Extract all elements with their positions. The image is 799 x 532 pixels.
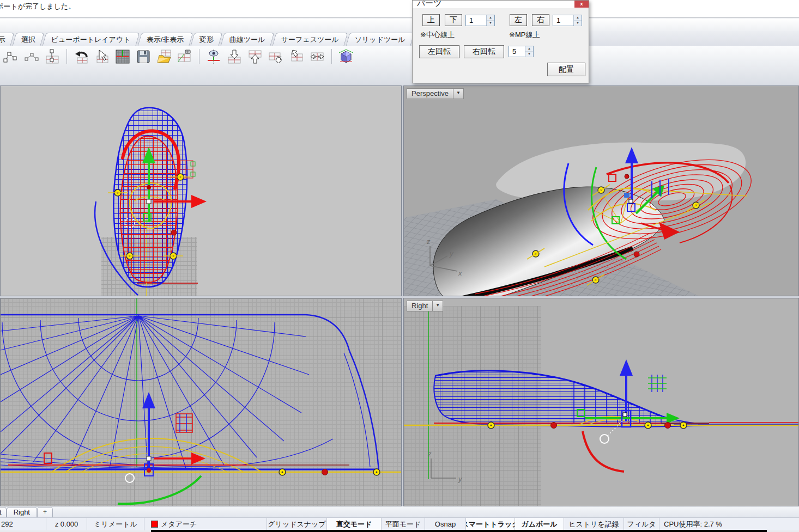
command-history-text: ポートが完了しました。	[0, 0, 799, 11]
viewport-tab-right[interactable]: Right	[7, 507, 37, 517]
svg-text:z: z	[426, 237, 431, 246]
menu-tab-henkei[interactable]: 変形	[191, 33, 223, 46]
close-icon[interactable]: x	[574, 1, 589, 8]
menu-tab-curve-tools[interactable]: 曲線ツール	[221, 33, 274, 46]
perspective-canvas[interactable]: z y x	[404, 86, 798, 296]
viewport-side-zoom[interactable]	[0, 298, 402, 506]
parts-dialog-title: パーツ	[417, 1, 442, 8]
flip-view-icon[interactable]	[308, 48, 326, 65]
status-bar: 292 z 0.000 ミリメートル メタアーチ グリッドスナップ 直交モード …	[0, 517, 799, 530]
command-history: ポートが完了しました。	[0, 0, 799, 18]
parts-dialog-titlebar[interactable]: パーツ x	[413, 1, 589, 8]
layer-cell[interactable]: メタアーチ	[144, 518, 267, 530]
left-button[interactable]: 左	[510, 14, 527, 26]
right-button[interactable]: 右	[532, 14, 549, 26]
viewport-label-perspective[interactable]: Perspective ▼	[407, 88, 464, 99]
stepper-arrows[interactable]: ▲▼	[525, 46, 533, 57]
orbit-icon[interactable]	[288, 48, 305, 65]
coordinate-y: 292	[0, 518, 46, 530]
toolbar-separator	[331, 49, 332, 64]
center-line-note: ※中心線上	[420, 30, 455, 40]
updown-stepper[interactable]: 1 ▲▼	[465, 15, 495, 26]
show-hide-eye-icon[interactable]	[205, 48, 222, 65]
down-button[interactable]: 下	[445, 14, 462, 26]
layer-color-swatch[interactable]	[151, 521, 158, 528]
select-cursor-icon[interactable]	[93, 48, 111, 65]
command-prompt-input[interactable]	[0, 19, 799, 31]
filter-toggle[interactable]: フィルタ	[624, 518, 659, 530]
top-view-canvas[interactable]	[1, 86, 401, 296]
up-button[interactable]: 上	[422, 14, 440, 26]
screen-artifact-strip	[151, 530, 767, 532]
viewport-dropdown-icon[interactable]: ▼	[453, 89, 463, 99]
mp-line-note: ※MP線上	[509, 30, 540, 40]
menu-tab-surface-tools[interactable]: サーフェスツール	[273, 33, 348, 46]
undo-icon[interactable]	[72, 48, 90, 65]
menu-tab-solid-tools[interactable]: ソリッドツール	[346, 33, 414, 46]
pan-down-icon[interactable]	[226, 48, 243, 65]
rotate-left-button[interactable]: 左回転	[419, 45, 459, 58]
record-history-toggle[interactable]: ヒストリを記録	[564, 518, 624, 530]
viewport-right[interactable]: Right ▼	[403, 298, 799, 506]
right-view-canvas[interactable]: z y	[404, 298, 798, 506]
viewport-area: Perspective ▼	[0, 85, 799, 506]
named-view-icon[interactable]	[176, 48, 193, 65]
ortho-toggle[interactable]: 直交モード	[327, 518, 382, 530]
cplane-grid-icon[interactable]	[114, 48, 131, 65]
svg-text:x: x	[458, 269, 462, 277]
stepper-arrows[interactable]: ▲▼	[486, 15, 494, 26]
stepper-arrows[interactable]: ▲▼	[573, 15, 582, 26]
save-icon[interactable]	[135, 48, 152, 65]
osnap-toggle[interactable]: Osnap	[425, 518, 466, 530]
layer-name: メタアーチ	[161, 519, 197, 529]
toolbar-separator	[199, 49, 199, 64]
viewport-perspective[interactable]: Perspective ▼	[403, 85, 799, 296]
menu-tab-sentaku[interactable]: 選択	[13, 33, 45, 46]
planar-toggle[interactable]: 平面モード	[382, 518, 425, 530]
units-label[interactable]: ミリメートル	[87, 518, 144, 530]
smarttrack-toggle[interactable]: スマートトラック	[466, 518, 515, 530]
control-points-icon[interactable]	[2, 48, 20, 65]
menu-tab-bar: 示 選択 ビューポートレイアウト 表示/非表示 変形 曲線ツール サーフェスツー…	[0, 31, 799, 46]
rotate-right-button[interactable]: 右回転	[464, 45, 504, 58]
parts-dialog: パーツ x 上 下 1 ▲▼ 左 右 1 ▲▼ ※中心線上 ※MP線上 左回転 …	[412, 0, 589, 83]
viewport-label-right[interactable]: Right ▼	[407, 301, 443, 311]
menu-tab-viewport-layout[interactable]: ビューポートレイアウト	[43, 33, 140, 46]
point-object-icon[interactable]	[23, 48, 40, 65]
viewport-dropdown-icon[interactable]: ▼	[432, 301, 443, 311]
viewport-tab-partial[interactable]: t	[0, 507, 7, 517]
toolbar-separator	[66, 49, 67, 64]
grid-snap-toggle[interactable]: グリッドスナップ	[267, 518, 327, 530]
place-button[interactable]: 配置	[547, 63, 585, 76]
shaded-cube-icon[interactable]	[337, 48, 355, 65]
coordinate-z: z 0.000	[46, 518, 87, 530]
viewport-top[interactable]	[0, 85, 402, 296]
nudge-icon[interactable]	[267, 48, 285, 65]
cpu-usage: CPU使用率: 2.7 %	[659, 518, 799, 530]
rotate-stepper[interactable]: 5 ▲▼	[509, 46, 534, 57]
menu-tab-show-hide[interactable]: 表示/非表示	[137, 33, 193, 46]
pan-up-icon[interactable]	[246, 48, 264, 65]
side-view-canvas[interactable]	[1, 298, 401, 506]
insert-point-icon[interactable]	[44, 48, 61, 65]
svg-text:z: z	[427, 450, 432, 458]
open-folder-icon[interactable]	[155, 48, 173, 65]
gumball-toggle[interactable]: ガムボール	[515, 518, 564, 530]
add-viewport-tab-button[interactable]: +	[37, 507, 53, 517]
viewport-tab-bar: t Right +	[0, 506, 799, 517]
main-toolbar	[0, 46, 799, 85]
leftright-stepper[interactable]: 1 ▲▼	[553, 15, 582, 26]
